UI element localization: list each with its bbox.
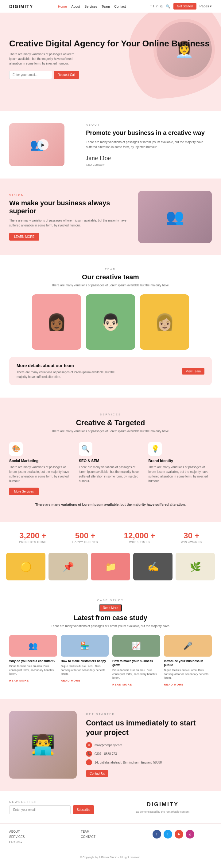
stat-number-1: 3,200 + xyxy=(19,531,47,540)
case-card-img-3: 📈 xyxy=(112,635,160,657)
portfolio-img-4: ✍️ xyxy=(133,553,173,581)
service-btn-1[interactable]: More Services xyxy=(9,488,39,495)
team-cta-heading: More details about our team xyxy=(16,363,115,368)
case-study-description: There are many variations of passages of… xyxy=(9,624,212,628)
contact-info: ✉ mail@company.com 📞 0307 - 8888 723 📍 1… xyxy=(86,742,212,765)
case-card-readmore-3[interactable]: READ MORE xyxy=(112,683,132,686)
social-twitter[interactable]: t xyxy=(163,830,172,838)
ig-icon[interactable]: ig xyxy=(160,5,163,8)
footer-tagline: as demonstrated by the remarkable conten… xyxy=(114,810,212,813)
hero-description: There are many variations of passages of… xyxy=(9,52,83,66)
stat-number-2: 500 + xyxy=(72,531,98,540)
case-card-title-1: Why do you need a consultant? xyxy=(9,659,57,663)
case-card-img-2: 🏪 xyxy=(61,635,109,657)
stat-label-2: HAPPY CLIENTS xyxy=(72,540,98,544)
services-header: SERVICES Creative & Targeted There are m… xyxy=(9,413,212,433)
service-card-1: 🎨 Social Marketing There are many variat… xyxy=(9,442,73,495)
tw-icon[interactable]: t xyxy=(153,5,154,8)
phone-icon: 📞 xyxy=(86,751,92,757)
play-button[interactable]: ▶ xyxy=(37,139,48,150)
team-cards: 👩🏾 👨🏻 👩🏼 xyxy=(9,294,212,350)
newsletter-email-input[interactable] xyxy=(9,805,71,814)
service-card-2: 🔍 SEO & SEM There are many variations of… xyxy=(79,442,142,495)
in-icon[interactable]: in xyxy=(156,5,158,8)
hero-form: Request Call xyxy=(9,71,212,79)
team-cta-text: More details about our team There are ma… xyxy=(16,363,115,379)
team-cta-button[interactable]: View Team xyxy=(182,368,205,375)
case-card-readmore-2[interactable]: READ MORE xyxy=(61,679,80,682)
newsletter-right: DIGIMITY as demonstrated by the remarkab… xyxy=(114,801,212,813)
vision-image: 👥 xyxy=(138,191,212,243)
footer-social: f t ▶ ig xyxy=(153,830,212,838)
stat-number-4: 30 + xyxy=(181,531,202,540)
social-instagram[interactable]: ig xyxy=(186,830,194,838)
vision-cta-button[interactable]: LEARN MORE xyxy=(9,233,39,241)
case-card-readmore-4[interactable]: READ MORE xyxy=(164,683,184,686)
search-icon[interactable]: 🔍 xyxy=(166,4,170,9)
case-card-desc-2: Dique facilisis duis eu arcu. Duis conse… xyxy=(61,664,109,676)
newsletter-label: NEWSLETTER xyxy=(9,800,107,804)
stat-number-3: 12,000 + xyxy=(124,531,155,540)
footer-nav: ABOUT SERVICES PRICING TEAM CONTACT f t … xyxy=(0,824,221,852)
navbar: DIGIMITY Home About Services Team Contac… xyxy=(0,0,221,12)
service-title-1: Social Marketing xyxy=(9,459,73,463)
hero-cta-button[interactable]: Request Call xyxy=(54,71,79,79)
footer-link-pricing[interactable]: PRICING xyxy=(9,840,68,844)
case-card-readmore-1[interactable]: READ MORE xyxy=(9,679,29,682)
fb-icon[interactable]: f xyxy=(150,5,151,8)
stat-label-3: WORK TIMES xyxy=(124,540,155,544)
case-study-tag[interactable]: Read More xyxy=(99,604,121,612)
contact-email: mail@company.com xyxy=(95,744,122,747)
footer: ABOUT SERVICES PRICING TEAM CONTACT f t … xyxy=(0,824,221,863)
nav-home[interactable]: Home xyxy=(58,5,67,8)
about-section: 👥 ▶ ABOUT Promote your business in a cre… xyxy=(0,111,221,179)
footer-link-services[interactable]: SERVICES xyxy=(9,835,68,838)
team-section: TEAM Our creative team There are many va… xyxy=(0,255,221,398)
stat-label-1: PROJECTS DONE xyxy=(19,540,47,544)
nav-left: DIGIMITY xyxy=(9,4,33,9)
team-description: There are many variations of passages of… xyxy=(9,284,212,287)
newsletter-subscribe-button[interactable]: Subscribe xyxy=(73,805,94,814)
case-card-desc-4: Dique facilisis duis eu arcu. Duis conse… xyxy=(164,668,212,680)
portfolio-img-1: 🟡 xyxy=(6,553,45,581)
case-card-title-2: How to make customers happy xyxy=(61,659,109,663)
footer-social-col: f t ▶ ig xyxy=(153,830,212,845)
contact-address-row: 📍 14, dirtlabs abstract, Birmingham, Eng… xyxy=(86,759,212,765)
services-heading: Creative & Targeted xyxy=(9,418,212,427)
team-cta-box: More details about our team There are ma… xyxy=(9,357,212,385)
get-started-button[interactable]: Get Started xyxy=(174,3,196,9)
footer-link-contact[interactable]: CONTACT xyxy=(81,835,140,838)
nav-contact[interactable]: Contact xyxy=(114,5,126,8)
service-icon-1: 🎨 xyxy=(9,442,23,456)
case-study-header: CASE STUDY Read More Latest from case st… xyxy=(9,599,212,628)
case-study-heading: Latest from case study xyxy=(9,614,212,622)
hero-text: Creative Digital Agency for Your Online … xyxy=(9,38,212,79)
nav-social: f t in ig xyxy=(150,5,162,8)
vision-heading: We make your business always superior xyxy=(9,199,129,215)
service-title-2: SEO & SEM xyxy=(79,459,142,463)
contact-us-button[interactable]: Contact Us xyxy=(86,770,108,777)
nav-services[interactable]: Services xyxy=(84,5,97,8)
hero-section: Creative Digital Agency for Your Online … xyxy=(0,12,221,111)
case-study-cards: 👥 Why do you need a consultant? Dique fa… xyxy=(9,635,212,686)
nav-team[interactable]: Team xyxy=(102,5,110,8)
footer-link-team[interactable]: TEAM xyxy=(81,830,140,833)
pages-dropdown[interactable]: Pages ▾ xyxy=(199,4,212,8)
brand-logo: DIGIMITY xyxy=(9,4,33,9)
stats-section: 3,200 + PROJECTS DONE 500 + HAPPY CLIENT… xyxy=(0,522,221,553)
nav-about[interactable]: About xyxy=(71,5,80,8)
contact-email-row: ✉ mail@company.com xyxy=(86,742,212,748)
nav-right: f t in ig 🔍 Get Started Pages ▾ xyxy=(150,3,212,9)
services-grid: 🎨 Social Marketing There are many variat… xyxy=(9,442,212,495)
social-youtube[interactable]: ▶ xyxy=(175,830,183,838)
hero-email-input[interactable] xyxy=(9,71,52,79)
footer-link-about[interactable]: ABOUT xyxy=(9,830,68,833)
social-facebook[interactable]: f xyxy=(153,830,161,838)
get-started-section: 👨‍💻 GET STARTED Contact us immediately t… xyxy=(0,699,221,791)
contact-phone: 0307 - 8888 723 xyxy=(95,752,117,755)
team-label: TEAM xyxy=(9,268,212,271)
get-started-content: GET STARTED Contact us immediately to st… xyxy=(86,713,212,777)
service-card-3: 💡 Brand Identity There are many variatio… xyxy=(148,442,212,495)
email-icon: ✉ xyxy=(86,742,92,748)
get-started-heading: Contact us immediately to start your pro… xyxy=(86,718,212,737)
